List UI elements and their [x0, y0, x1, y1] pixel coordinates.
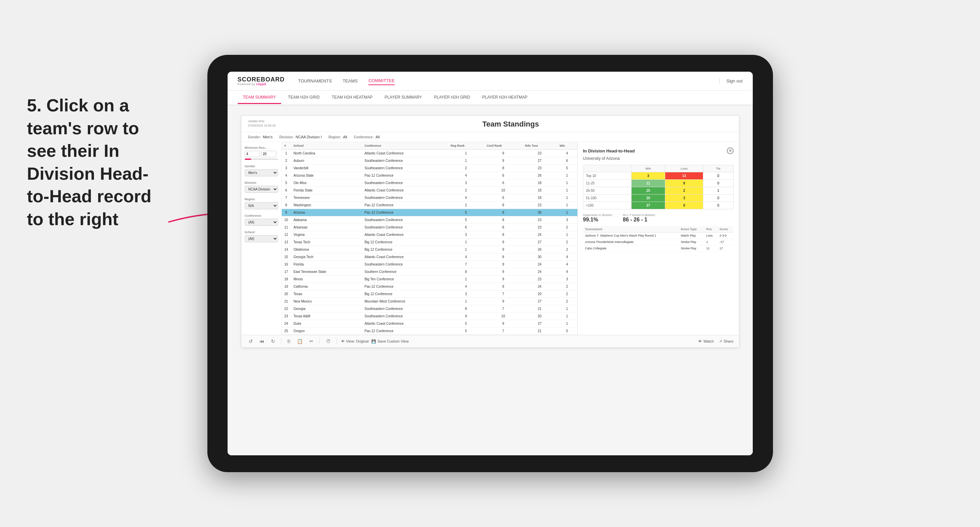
cut-button[interactable]: ✂ — [307, 338, 315, 344]
table-row[interactable]: 25 Oregon Pac-12 Conference 5 7 21 0 — [282, 327, 578, 335]
watch-icon: 👁 — [698, 339, 702, 343]
undo-button[interactable]: ↺ — [247, 338, 255, 344]
step-back-button[interactable]: ⏮ — [258, 338, 266, 344]
min-rounds-input[interactable] — [245, 151, 260, 157]
cell-conference: Southeastern Conference — [362, 194, 448, 202]
two-col-layout: Minimum Rou... Gender — [241, 142, 739, 335]
paste-button[interactable]: 📋 — [295, 338, 305, 344]
h2h-header: Win Loss Tie — [583, 165, 733, 172]
cell-rank: 19 — [282, 283, 291, 290]
min-rounds-label: Minimum Rou... — [245, 146, 278, 149]
table-row[interactable]: 21 New Mexico Mountain West Conference 1… — [282, 298, 578, 305]
left-sidebar: Minimum Rou... Gender — [241, 142, 282, 335]
subnav-team-summary[interactable]: TEAM SUMMARY — [238, 92, 282, 104]
table-row[interactable]: 16 Florida Southeastern Conference 7 9 2… — [282, 261, 578, 268]
cell-rds: 24 — [522, 231, 557, 239]
table-row[interactable]: 6 Florida State Atlantic Coast Conferenc… — [282, 187, 578, 194]
cell-conf-rank: 10 — [484, 187, 522, 194]
close-button[interactable]: ✕ — [727, 148, 733, 154]
cell-reg-rank: 2 — [448, 187, 484, 194]
subnav-team-h2h-grid[interactable]: TEAM H2H GRID — [282, 92, 325, 104]
h2h-loss: 3 — [665, 195, 703, 202]
region-select[interactable]: N/A — [245, 202, 278, 210]
table-row[interactable]: 9 Arizona Pac-12 Conference 5 8 30 1 — [282, 209, 578, 216]
col-conference: Conference — [362, 142, 448, 150]
filter-conference-group: Conference (All) — [245, 214, 278, 226]
max-rounds-input[interactable] — [261, 151, 277, 157]
table-row[interactable]: 8 Washington Pac-12 Conference 2 8 23 1 — [282, 202, 578, 209]
h2h-loss: 2 — [665, 187, 703, 195]
filter-division: Division: NCAA Division I — [279, 135, 322, 139]
col-school: School — [291, 142, 362, 150]
subnav-player-summary[interactable]: PLAYER SUMMARY — [379, 92, 427, 104]
table-row[interactable]: 15 Georgia Tech Atlantic Coast Conferenc… — [282, 253, 578, 261]
school-select[interactable]: (All) — [245, 235, 278, 242]
watch-button[interactable]: 👁 Watch — [698, 339, 714, 343]
cell-rds: 30 — [522, 209, 557, 216]
table-row[interactable]: 11 Arkansas Southeastern Conference 6 8 … — [282, 224, 578, 231]
table-row[interactable]: 19 California Pac-12 Conference 4 8 24 2 — [282, 283, 578, 290]
filter-division-group: Division NCAA Division I — [245, 181, 278, 193]
cell-conf-rank: 10 — [484, 313, 522, 320]
table-row[interactable]: 5 Ole Miss Southeastern Conference 3 6 1… — [282, 179, 578, 187]
division-select[interactable]: NCAA Division I — [245, 186, 278, 193]
table-row[interactable]: 13 Texas Tech Big 12 Conference 1 9 27 2 — [282, 239, 578, 246]
cell-conf-rank: 8 — [484, 224, 522, 231]
table-row[interactable]: 2 Auburn Southeastern Conference 1 9 27 … — [282, 157, 578, 165]
h2h-col-tie: Tie — [703, 165, 733, 172]
cell-conference: Big 12 Conference — [362, 290, 448, 298]
copy-button[interactable]: ⎘ — [285, 338, 292, 344]
table-row[interactable]: 20 Texas Big 12 Conference 3 7 20 2 — [282, 290, 578, 298]
subnav-player-h2h-grid[interactable]: PLAYER H2H GRID — [429, 92, 476, 104]
stats-row: Opponents in division: 99.1% W-L-T recor… — [583, 213, 733, 223]
table-row[interactable]: 18 Illinois Big Ten Conference 1 9 23 3 — [282, 276, 578, 283]
nav-tournaments[interactable]: TOURNAMENTS — [298, 77, 332, 85]
h2h-win: 3 — [632, 172, 665, 180]
table-row[interactable]: 10 Alabama Southeastern Conference 5 8 2… — [282, 216, 578, 224]
cell-reg-rank: 1 — [448, 150, 484, 157]
table-row[interactable]: 4 Arizona State Pac-12 Conference 4 6 26… — [282, 172, 578, 179]
clock-button[interactable]: ⏱ — [324, 338, 332, 344]
nav-committee[interactable]: COMMITTEE — [368, 77, 395, 85]
cell-rank: 10 — [282, 216, 291, 224]
cell-win: 4 — [557, 253, 578, 261]
h2h-win: 27 — [632, 202, 665, 210]
view-original-button[interactable]: 👁 View: Original — [341, 339, 369, 343]
gender-select[interactable]: Men's — [245, 169, 278, 176]
table-row[interactable]: 23 Texas A&M Southeastern Conference 9 1… — [282, 313, 578, 320]
table-row[interactable]: 24 Duke Atlantic Coast Conference 5 9 27… — [282, 320, 578, 327]
stat-wlt: W-L-T record in-division: 86 - 26 - 1 — [623, 213, 656, 223]
table-row[interactable]: 12 Virginia Atlantic Coast Conference 3 … — [282, 231, 578, 239]
subnav-player-h2h-heatmap[interactable]: PLAYER H2H HEATMAP — [477, 92, 533, 104]
table-row[interactable]: 1 North Carolina Atlantic Coast Conferen… — [282, 150, 578, 157]
h2h-loss: 8 — [665, 180, 703, 187]
cell-rank: 7 — [282, 194, 291, 202]
save-custom-button[interactable]: 💾 Save Custom View — [371, 339, 409, 344]
subnav-team-h2h-heatmap[interactable]: TEAM H2H HEATMAP — [326, 92, 378, 104]
logo-area: SCOREBOARD Powered by clippd — [238, 76, 285, 86]
cell-rds: 27 — [522, 239, 557, 246]
cell-reg-rank: 3 — [448, 179, 484, 187]
cell-conf-rank: 6 — [484, 172, 522, 179]
cell-reg-rank: 5 — [448, 327, 484, 335]
cell-school: East Tennessee State — [291, 268, 362, 276]
app-container: Update time: 27/03/2024 15:56:26 Team St… — [241, 116, 739, 348]
tour-col-type: Event Type — [679, 226, 704, 233]
sign-out-button[interactable]: Sign out — [719, 78, 743, 83]
table-row[interactable]: 17 East Tennessee State Southern Confere… — [282, 268, 578, 276]
cell-win: 1 — [557, 320, 578, 327]
cell-reg-rank: 2 — [448, 165, 484, 172]
tour-pos: 11 — [704, 245, 718, 252]
stat-opponents: Opponents in division: 99.1% — [583, 213, 613, 223]
table-row[interactable]: 22 Georgia Southeastern Conference 8 7 2… — [282, 305, 578, 313]
share-button[interactable]: ↗ Share — [719, 339, 733, 344]
table-row[interactable]: 7 Tennessee Southeastern Conference 4 6 … — [282, 194, 578, 202]
cell-rank: 2 — [282, 157, 291, 165]
conference-label: Conference — [245, 214, 278, 217]
table-row[interactable]: 3 Vanderbilt Southeastern Conference 2 8… — [282, 165, 578, 172]
conference-select[interactable]: (All) — [245, 219, 278, 226]
redo-button[interactable]: ↻ — [269, 338, 277, 344]
nav-teams[interactable]: TEAMS — [343, 77, 358, 85]
stat-wlt-value: 86 - 26 - 1 — [623, 217, 656, 223]
table-row[interactable]: 14 Oklahoma Big 12 Conference 1 9 26 2 — [282, 246, 578, 253]
